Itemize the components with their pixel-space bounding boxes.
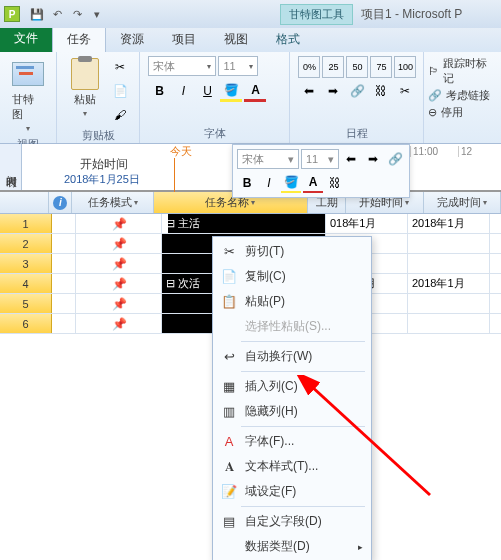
mini-font-combo[interactable]: 宋体▾ — [237, 149, 299, 169]
cm-cut[interactable]: ✂剪切(T) — [215, 239, 369, 264]
unlink-button[interactable]: ⛓ — [370, 80, 392, 102]
cell-info[interactable] — [52, 294, 76, 313]
cell-mode[interactable]: 📌 — [76, 294, 162, 313]
cm-hide-col[interactable]: ▥隐藏列(H) — [215, 399, 369, 424]
gantt-button[interactable]: 甘特图 ▾ — [8, 56, 48, 135]
track-markers-link[interactable]: 🏳跟踪时标记 — [428, 56, 497, 86]
redo-icon[interactable]: ↷ — [68, 5, 86, 23]
cut-icon[interactable]: ✂ — [109, 56, 131, 78]
app-icon[interactable]: P — [4, 6, 20, 22]
cell-finish[interactable] — [408, 294, 490, 313]
group-clipboard: 粘贴 ▾ ✂ 📄 🖌 剪贴板 — [57, 52, 140, 143]
format-painter-icon[interactable]: 🖌 — [109, 104, 131, 126]
cell-finish[interactable] — [408, 234, 490, 253]
cm-field-settings[interactable]: 📝域设定(F) — [215, 479, 369, 504]
cm-data-type[interactable]: 数据类型(D)▸ — [215, 534, 369, 559]
gantt-tools-tab[interactable]: 甘特图工具 — [280, 4, 353, 25]
bold-button[interactable]: B — [148, 80, 170, 102]
pct-75-button[interactable]: 75 — [370, 56, 392, 78]
row-number[interactable]: 1 — [0, 214, 52, 233]
cell-mode[interactable]: 📌 — [76, 214, 162, 233]
split-button[interactable]: ✂ — [394, 80, 416, 102]
qat-dropdown-icon[interactable]: ▾ — [88, 5, 106, 23]
cell-finish[interactable] — [408, 314, 490, 333]
paste-button[interactable]: 粘贴 ▾ — [65, 56, 105, 120]
tab-resource[interactable]: 资源 — [106, 27, 158, 52]
cell-finish[interactable]: 2018年1月 — [408, 274, 490, 293]
cm-wrap[interactable]: ↩自动换行(W) — [215, 344, 369, 369]
cm-text-style[interactable]: 𝐀文本样式(T)... — [215, 454, 369, 479]
mini-link-icon[interactable]: 🔗 — [385, 149, 405, 169]
bg-color-button[interactable]: 🪣 — [220, 80, 242, 102]
mini-outdent-icon[interactable]: ⬅ — [341, 149, 361, 169]
header-info[interactable]: i — [49, 192, 72, 213]
link-button[interactable]: 🔗 — [346, 80, 368, 102]
table-row[interactable]: 1 📌 ⊟ 主活 018年1月 2018年1月 — [0, 214, 501, 234]
cm-insert-col[interactable]: ▦插入列(C) — [215, 374, 369, 399]
copy-icon[interactable]: 📄 — [109, 80, 131, 102]
cell-mode[interactable]: 📌 — [76, 234, 162, 253]
cell-finish[interactable]: 2018年1月 — [408, 214, 490, 233]
outdent-button[interactable]: ⬅ — [298, 80, 320, 102]
mini-indent-icon[interactable]: ➡ — [363, 149, 383, 169]
cell-info[interactable] — [52, 314, 76, 333]
cell-info[interactable] — [52, 214, 76, 233]
cell-info[interactable] — [52, 234, 76, 253]
pct-25-button[interactable]: 25 — [322, 56, 344, 78]
tab-format[interactable]: 格式 — [262, 27, 314, 52]
font-size-combo[interactable]: 11▾ — [218, 56, 258, 76]
cell-finish[interactable] — [408, 254, 490, 273]
mini-fontcolor-button[interactable]: A — [303, 173, 323, 193]
cell-name[interactable]: ⊟ 主活 — [162, 214, 326, 233]
mini-bgcolor-button[interactable]: 🪣 — [281, 173, 301, 193]
tab-task[interactable]: 任务 — [52, 26, 106, 52]
pct-100-button[interactable]: 100 — [394, 56, 416, 78]
font-a-icon: A — [221, 434, 237, 450]
cell-mode[interactable]: 📌 — [76, 314, 162, 333]
mini-italic-button[interactable]: I — [259, 173, 279, 193]
underline-button[interactable]: U — [196, 80, 218, 102]
header-mode[interactable]: 任务模式▾ — [72, 192, 153, 213]
deactivate-link[interactable]: ⊖停用 — [428, 105, 497, 120]
pct-0-button[interactable]: 0% — [298, 56, 320, 78]
group-font: 宋体▾ 11▾ B I U 🪣 A 字体 — [140, 52, 290, 143]
tab-view[interactable]: 视图 — [210, 27, 262, 52]
undo-icon[interactable]: ↶ — [48, 5, 66, 23]
pct-50-button[interactable]: 50 — [346, 56, 368, 78]
timeline-vertical-label[interactable]: 时间表 — [0, 144, 22, 190]
header-finish[interactable]: 完成时间▾ — [424, 192, 501, 213]
consider-links-link[interactable]: 🔗考虑链接 — [428, 88, 497, 103]
header-rownum[interactable] — [0, 192, 49, 213]
cm-custom-fields[interactable]: ▤自定义字段(D) — [215, 509, 369, 534]
mini-size-combo[interactable]: 11▾ — [301, 149, 339, 169]
font-color-button[interactable]: A — [244, 80, 266, 102]
save-icon[interactable]: 💾 — [28, 5, 46, 23]
cm-font[interactable]: A字体(F)... — [215, 429, 369, 454]
cell-info[interactable] — [52, 274, 76, 293]
cm-copy[interactable]: 📄复制(C) — [215, 264, 369, 289]
row-number[interactable]: 3 — [0, 254, 52, 273]
row-number[interactable]: 2 — [0, 234, 52, 253]
indent-button[interactable]: ➡ — [322, 80, 344, 102]
row-number[interactable]: 4 — [0, 274, 52, 293]
mini-bold-button[interactable]: B — [237, 173, 257, 193]
cell-info[interactable] — [52, 254, 76, 273]
cell-start[interactable]: 018年1月 — [326, 214, 408, 233]
font-name-combo[interactable]: 宋体▾ — [148, 56, 216, 76]
cm-paste[interactable]: 📋粘贴(P) — [215, 289, 369, 314]
mini-unlink-icon[interactable]: ⛓ — [325, 173, 345, 193]
tab-project[interactable]: 项目 — [158, 27, 210, 52]
paste-icon: 📋 — [221, 294, 237, 310]
stop-icon: ⊖ — [428, 106, 437, 119]
row-number[interactable]: 6 — [0, 314, 52, 333]
italic-button[interactable]: I — [172, 80, 194, 102]
tab-file[interactable]: 文件 — [0, 25, 52, 52]
timeline[interactable]: 今天 开始时间 2018年1月25日 11:0012 宋体▾ 11▾ ⬅ ➡ 🔗… — [22, 144, 501, 190]
cell-mode[interactable]: 📌 — [76, 254, 162, 273]
pin-icon: 📌 — [112, 217, 126, 231]
cell-mode[interactable]: 📌 — [76, 274, 162, 293]
today-marker: 今天 — [170, 144, 192, 159]
row-number[interactable]: 5 — [0, 294, 52, 313]
cm-paste-special[interactable]: 选择性粘贴(S)... — [215, 314, 369, 339]
pin-icon: 📌 — [112, 257, 126, 271]
